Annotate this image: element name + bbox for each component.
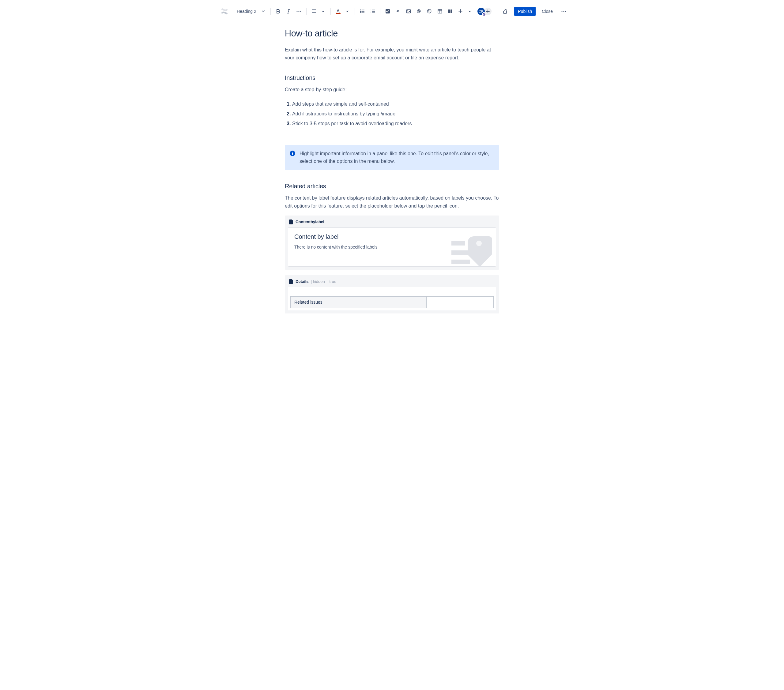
svg-point-13 — [428, 9, 432, 13]
at-icon — [417, 9, 421, 13]
svg-rect-27 — [451, 250, 470, 255]
avatar-badge: C — [482, 12, 486, 16]
svg-point-11 — [407, 10, 408, 11]
macro-name: Contentbylabel — [295, 220, 324, 224]
table-header-cell[interactable]: Related issues — [291, 296, 427, 308]
emoji-icon — [427, 9, 432, 13]
avatar[interactable]: CK C — [477, 7, 486, 16]
confluence-icon — [221, 7, 229, 15]
checkbox-icon — [385, 9, 390, 13]
text-color-swatch — [336, 13, 341, 14]
svg-point-20 — [562, 11, 563, 12]
svg-rect-25 — [292, 153, 293, 154]
app-logo[interactable] — [215, 7, 234, 15]
svg-point-15 — [430, 10, 430, 11]
svg-point-5 — [360, 12, 361, 13]
divider — [380, 8, 380, 15]
insert-dropdown[interactable] — [465, 7, 475, 16]
align-left-icon — [312, 10, 316, 13]
related-heading[interactable]: Related articles — [285, 183, 499, 190]
content-by-label-macro[interactable]: Contentbylabel Content by label There is… — [285, 215, 499, 270]
instructions-heading[interactable]: Instructions — [285, 74, 499, 81]
svg-point-0 — [296, 11, 297, 12]
steps-list[interactable]: Add steps that are simple and self-conta… — [285, 99, 499, 128]
chevron-down-icon — [322, 10, 324, 13]
info-panel-text[interactable]: Highlight important information in a pan… — [300, 150, 494, 165]
svg-point-1 — [298, 11, 299, 12]
svg-rect-19 — [504, 11, 507, 13]
action-item-button[interactable] — [383, 7, 393, 16]
image-icon — [407, 9, 411, 13]
table-cell[interactable] — [427, 296, 494, 308]
emoji-button[interactable] — [425, 7, 434, 16]
svg-rect-26 — [451, 241, 465, 245]
close-button[interactable]: Close — [538, 7, 557, 16]
chevron-down-icon — [262, 10, 265, 13]
ellipsis-icon — [562, 11, 566, 12]
svg-point-24 — [292, 151, 293, 153]
bold-icon — [276, 9, 280, 13]
list-item[interactable]: Add illustrations to instructions by typ… — [292, 109, 499, 119]
text-color-icon — [336, 9, 340, 13]
align-dropdown[interactable] — [318, 7, 328, 16]
svg-point-14 — [428, 10, 429, 11]
mention-button[interactable] — [414, 7, 424, 16]
table-button[interactable] — [435, 7, 445, 16]
more-formatting-button[interactable] — [294, 7, 304, 16]
document-icon — [289, 279, 293, 284]
chevron-down-icon — [346, 10, 349, 13]
bold-button[interactable] — [273, 7, 283, 16]
info-panel[interactable]: Highlight important information in a pan… — [285, 145, 499, 170]
italic-button[interactable] — [283, 7, 293, 16]
table-icon — [438, 9, 442, 13]
info-icon — [290, 151, 295, 156]
layouts-button[interactable] — [445, 7, 455, 16]
macro-body[interactable]: Related issues — [288, 287, 496, 310]
more-actions-button[interactable] — [559, 7, 569, 16]
svg-text:3: 3 — [371, 12, 372, 13]
details-table[interactable]: Related issues — [290, 296, 494, 308]
document-icon — [289, 220, 293, 224]
editor-toolbar: Heading 2 — [213, 0, 571, 22]
unlocked-icon — [502, 9, 507, 14]
link-button[interactable] — [393, 7, 403, 16]
insert-button[interactable] — [456, 7, 466, 16]
ellipsis-icon — [296, 11, 301, 12]
macro-params: | hidden = true — [311, 279, 336, 284]
macro-name: Details — [295, 279, 309, 284]
table-row[interactable]: Related issues — [291, 296, 494, 308]
plus-icon — [458, 9, 463, 13]
text-color-button[interactable] — [333, 7, 343, 16]
bullet-list-button[interactable] — [357, 7, 367, 16]
presence-avatars: CK C — [477, 7, 492, 16]
link-icon — [396, 9, 400, 13]
text-style-select[interactable]: Heading 2 — [234, 7, 268, 16]
macro-body[interactable]: Content by label There is no content wit… — [288, 227, 496, 267]
svg-point-2 — [300, 11, 301, 12]
image-button[interactable] — [404, 7, 413, 16]
divider — [270, 8, 271, 15]
instructions-lead[interactable]: Create a step-by-step guide: — [285, 86, 499, 94]
bullet-list-icon — [360, 10, 364, 13]
details-macro[interactable]: Details | hidden = true Related issues — [285, 275, 499, 314]
svg-rect-17 — [448, 10, 450, 13]
svg-point-21 — [563, 11, 565, 12]
macro-header: Details | hidden = true — [288, 278, 496, 287]
page-title[interactable]: How-to article — [285, 28, 499, 39]
svg-rect-18 — [451, 10, 452, 13]
chevron-down-icon — [469, 10, 471, 13]
editor-content[interactable]: How-to article Explain what this how-to … — [285, 22, 499, 337]
svg-rect-28 — [451, 260, 470, 264]
list-item[interactable]: Add steps that are simple and self-conta… — [292, 99, 499, 109]
publish-button[interactable]: Publish — [514, 7, 535, 16]
align-button[interactable] — [309, 7, 319, 16]
restrictions-button[interactable] — [500, 7, 510, 16]
italic-icon — [287, 9, 291, 13]
intro-paragraph[interactable]: Explain what this how-to article is for.… — [285, 46, 499, 62]
list-item[interactable]: Stick to 3-5 steps per task to avoid ove… — [292, 119, 499, 128]
numbered-list-button[interactable]: 123 — [368, 7, 377, 16]
layouts-icon — [448, 9, 452, 13]
svg-point-4 — [360, 11, 361, 12]
text-color-dropdown[interactable] — [343, 7, 352, 16]
related-lead[interactable]: The content by label feature displays re… — [285, 194, 499, 210]
